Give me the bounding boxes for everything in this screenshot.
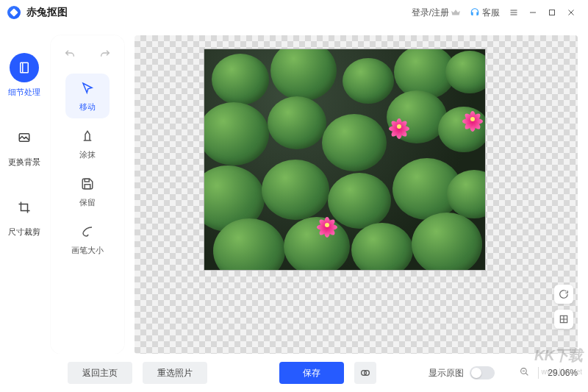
back-home-button[interactable]: 返回主页 xyxy=(68,362,132,384)
detail-processing-icon xyxy=(10,53,39,82)
tool-keep[interactable]: 保留 xyxy=(65,169,110,214)
tool-label: 移动 xyxy=(79,101,96,113)
rotate-button[interactable] xyxy=(554,285,573,304)
reselect-photo-button[interactable]: 重选照片 xyxy=(143,362,207,384)
sidebar-item-detail-processing[interactable]: 细节处理 xyxy=(8,53,40,98)
sidebar: 细节处理 更换背景 尺寸裁剪 xyxy=(0,25,48,354)
change-background-icon xyxy=(10,123,39,152)
svg-rect-4 xyxy=(550,10,555,15)
fit-screen-button[interactable] xyxy=(554,310,573,329)
tool-brush-size[interactable]: 画笔大小 xyxy=(65,217,110,262)
divider xyxy=(538,367,539,379)
tool-smear[interactable]: 涂抹 xyxy=(65,121,110,166)
bottom-bar: 返回主页 重选照片 保存 显示原图 29.06% xyxy=(0,354,588,392)
tool-label: 画笔大小 xyxy=(71,245,104,256)
menu-button[interactable] xyxy=(504,3,523,22)
sidebar-item-label: 细节处理 xyxy=(8,87,40,98)
show-original-label: 显示原图 xyxy=(429,367,464,379)
crop-icon xyxy=(10,193,39,222)
tool-panel: 移动 涂抹 保留 画笔大小 xyxy=(51,35,124,354)
compare-button[interactable] xyxy=(354,362,376,384)
maximize-button[interactable] xyxy=(542,3,562,22)
close-button[interactable] xyxy=(562,3,581,22)
redo-button[interactable] xyxy=(96,46,114,63)
show-original-group: 显示原图 xyxy=(429,366,495,379)
tool-move[interactable]: 移动 xyxy=(65,74,110,118)
zoom-group: 29.06% xyxy=(520,367,578,379)
zoom-value: 29.06% xyxy=(548,368,578,378)
svg-rect-7 xyxy=(20,63,28,73)
tool-label: 涂抹 xyxy=(79,149,96,160)
sidebar-item-crop-size[interactable]: 尺寸裁剪 xyxy=(8,193,40,238)
save-button[interactable]: 保存 xyxy=(279,362,344,384)
show-original-toggle[interactable] xyxy=(470,366,495,379)
sidebar-item-change-background[interactable]: 更换背景 xyxy=(8,123,40,168)
app-logo-icon xyxy=(7,6,21,19)
zoom-out-button[interactable] xyxy=(520,367,529,379)
canvas-float-controls xyxy=(554,285,573,329)
svg-rect-10 xyxy=(85,179,89,182)
vip-crown-icon xyxy=(451,7,461,18)
brush-size-icon xyxy=(80,224,95,239)
tool-label: 保留 xyxy=(79,197,96,208)
cursor-icon xyxy=(80,81,95,96)
svg-line-18 xyxy=(526,373,528,375)
canvas-area[interactable] xyxy=(135,35,578,354)
login-register-link[interactable]: 登录/注册 xyxy=(412,7,461,19)
titlebar: 赤兔抠图 登录/注册 客服 xyxy=(0,0,588,25)
image-content[interactable] xyxy=(204,49,486,271)
sidebar-item-label: 更换背景 xyxy=(8,157,40,168)
support-link[interactable]: 客服 xyxy=(470,7,500,19)
app-title: 赤兔抠图 xyxy=(26,6,68,19)
headset-icon xyxy=(470,7,480,18)
brush-icon xyxy=(80,129,95,143)
svg-rect-11 xyxy=(85,185,90,189)
sidebar-item-label: 尺寸裁剪 xyxy=(8,227,40,238)
undo-button[interactable] xyxy=(61,46,79,63)
main-area: 细节处理 更换背景 尺寸裁剪 移动 xyxy=(0,25,588,354)
save-disk-icon xyxy=(80,177,95,191)
minimize-button[interactable] xyxy=(523,3,542,22)
